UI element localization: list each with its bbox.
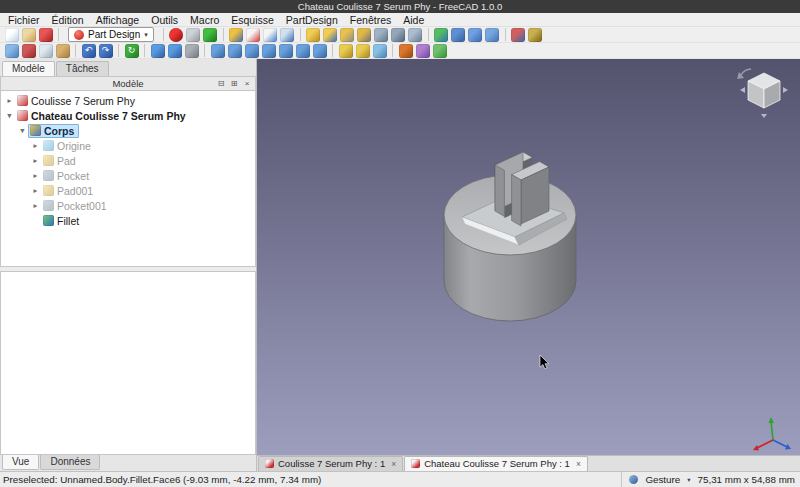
clipping-plane-icon[interactable] [373, 44, 387, 58]
fit-all-icon[interactable] [151, 44, 165, 58]
menu-item-affichage[interactable]: Affichage [90, 14, 146, 26]
menu-item-edition[interactable]: Édition [46, 14, 90, 26]
mirrored-icon[interactable] [485, 28, 499, 42]
edit-cut-icon[interactable] [22, 44, 36, 58]
view-right-icon[interactable] [262, 44, 276, 58]
close-icon[interactable]: × [576, 459, 581, 469]
tree-expand-arrow[interactable]: ▾ [4, 111, 15, 120]
file-new-icon[interactable] [5, 28, 19, 42]
hole-icon[interactable] [391, 28, 405, 42]
menu-item-fichier[interactable]: Fichier [2, 14, 46, 26]
tree-expand-arrow[interactable]: ▸ [30, 171, 41, 180]
edit-paste-icon[interactable] [56, 44, 70, 58]
menu-item-fenetres[interactable]: Fenêtres [344, 14, 397, 26]
tab-modele[interactable]: Modèle [2, 61, 55, 76]
fillet-icon[interactable] [434, 28, 448, 42]
groove-icon[interactable] [408, 28, 422, 42]
view-front-icon[interactable] [228, 44, 242, 58]
tree-item-pocket001[interactable]: ▸Pocket001 [1, 198, 255, 213]
tree-item-pocket[interactable]: ▸Pocket [1, 168, 255, 183]
navigation-cube[interactable] [737, 69, 788, 118]
create-body-icon[interactable] [229, 28, 243, 42]
navigation-style-selector[interactable]: Gesture [645, 474, 680, 485]
tree-item-pad[interactable]: ▸Pad [1, 153, 255, 168]
macro-stop-icon[interactable] [186, 28, 200, 42]
tree-expand-arrow[interactable]: ▸ [30, 156, 41, 165]
edit-copy-icon[interactable] [39, 44, 53, 58]
tab-donnees[interactable]: Données [40, 455, 100, 470]
chamfer-icon[interactable] [451, 28, 465, 42]
document-tab-chateau-coulisse-7-serum-phy-1[interactable]: Chateau Coulisse 7 Serum Phy : 1× [404, 456, 588, 471]
draft-icon[interactable] [468, 28, 482, 42]
measure-linear-icon[interactable] [339, 44, 353, 58]
boolean-operation-icon[interactable] [511, 28, 525, 42]
additive-pipe-icon[interactable] [357, 28, 371, 42]
tree-expand-arrow[interactable]: ▸ [30, 141, 41, 150]
revolution-icon[interactable] [323, 28, 337, 42]
view-bottom-icon[interactable] [296, 44, 310, 58]
tree-item-content: Corps [28, 124, 79, 138]
pad-icon[interactable] [306, 28, 320, 42]
menu-item-macro[interactable]: Macro [184, 14, 225, 26]
macro-record-icon[interactable] [169, 28, 183, 42]
workbench-selector[interactable]: Part Design ▾ [68, 27, 154, 42]
view-rear-icon[interactable] [279, 44, 293, 58]
undo-icon[interactable]: ↶ [82, 44, 96, 58]
float-button[interactable]: ⊞ [229, 79, 239, 88]
tree-item-pad001[interactable]: ▸Pad001 [1, 183, 255, 198]
view-left-icon[interactable] [313, 44, 327, 58]
tab-vue[interactable]: Vue [2, 455, 39, 470]
tree-item-origine[interactable]: ▸Origine [1, 138, 255, 153]
random-color-icon[interactable] [433, 44, 447, 58]
tree-item-label: Fillet [57, 215, 79, 227]
tree-item-coulisse-7-serum-phy[interactable]: ▸Coulisse 7 Serum Phy [1, 93, 255, 108]
menu-item-outils[interactable]: Outils [145, 14, 184, 26]
part-tools-icon[interactable] [399, 44, 413, 58]
refresh-icon[interactable]: ↻ [125, 44, 139, 58]
title-bar: Chateau Coulisse 7 Serum Phy - FreeCAD 1… [0, 0, 800, 13]
create-sketch-icon[interactable] [246, 28, 260, 42]
file-open-icon[interactable] [22, 28, 36, 42]
fit-selection-icon[interactable] [168, 44, 182, 58]
close-panel-button[interactable]: × [242, 79, 252, 88]
tree-expand-arrow[interactable]: ▸ [4, 96, 15, 105]
menu-item-partdesign[interactable]: PartDesign [280, 14, 344, 26]
dock-button[interactable]: ⊟ [216, 79, 226, 88]
map-sketch-icon[interactable] [280, 28, 294, 42]
tree-expand-arrow[interactable]: ▸ [30, 186, 41, 195]
tree-expand-arrow[interactable]: ▾ [17, 126, 28, 135]
axis-cross-indicator [753, 417, 791, 451]
tab-taches[interactable]: Tâches [56, 61, 109, 76]
close-icon[interactable]: × [391, 459, 396, 469]
measure-angular-icon[interactable] [356, 44, 370, 58]
file-save-icon[interactable] [39, 28, 53, 42]
refresh-document-icon[interactable] [5, 44, 19, 58]
tree-item-fillet[interactable]: Fillet [1, 213, 255, 228]
document-tab-coulisse-7-serum-phy-1[interactable]: Coulisse 7 Serum Phy : 1× [258, 456, 403, 471]
toolbar-separator [204, 44, 205, 57]
draw-style-icon[interactable] [185, 44, 199, 58]
tree-expand-arrow[interactable]: ▸ [30, 201, 41, 210]
origin-icon [43, 140, 54, 151]
view-isometric-icon[interactable] [211, 44, 225, 58]
macro-execute-icon[interactable] [203, 28, 217, 42]
pocket-icon[interactable] [374, 28, 388, 42]
toolbar-separator [332, 44, 333, 57]
model-boss[interactable] [495, 152, 549, 226]
tree-item-label: Chateau Coulisse 7 Serum Phy [31, 110, 186, 122]
menu-item-aide[interactable]: Aide [397, 14, 430, 26]
viewport-dimensions[interactable]: 75,31 mm x 54,88 mm [698, 474, 795, 485]
toolbar-row-1: Part Design ▾ [0, 27, 800, 43]
tree-item-label: Pad001 [57, 185, 93, 197]
redo-icon[interactable]: ↷ [99, 44, 113, 58]
appearance-icon[interactable] [416, 44, 430, 58]
external-geometry-icon[interactable] [528, 28, 542, 42]
view-top-icon[interactable] [245, 44, 259, 58]
tree-item-chateau-coulisse-7-serum-phy[interactable]: ▾Chateau Coulisse 7 Serum Phy [1, 108, 255, 123]
toolbar-separator [75, 44, 76, 57]
additive-loft-icon[interactable] [340, 28, 354, 42]
menu-item-esquisse[interactable]: Esquisse [225, 14, 280, 26]
viewport[interactable] [257, 59, 800, 455]
tree-item-corps[interactable]: ▾Corps [1, 123, 255, 138]
edit-sketch-icon[interactable] [263, 28, 277, 42]
